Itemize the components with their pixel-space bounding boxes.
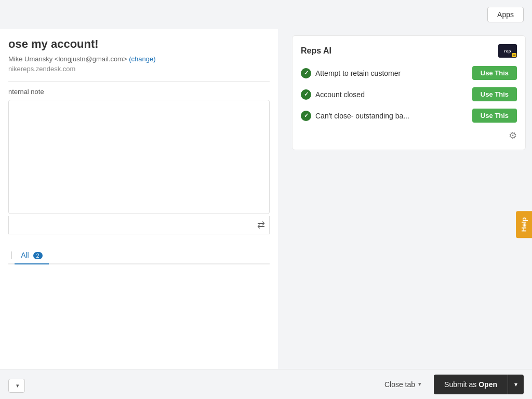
reps-ai-logo: rep ai: [498, 44, 517, 58]
help-button[interactable]: Help: [516, 211, 532, 238]
submit-dropdown-button[interactable]: ▾: [508, 376, 524, 393]
check-icon-3: [301, 111, 311, 121]
use-this-button-2[interactable]: Use This: [472, 87, 517, 101]
submit-label: Submit as: [444, 380, 476, 389]
submit-main-button[interactable]: Submit as Open: [434, 375, 508, 394]
use-this-button-1[interactable]: Use This: [472, 66, 517, 80]
tab-separator: |: [10, 250, 12, 260]
user-email: longjustn@gmail.com: [58, 55, 123, 63]
bottom-bar: Close tab ▾ Submit as Open ▾: [0, 369, 532, 399]
suggestion-row-3: Can't close- outstanding ba... Use This: [301, 109, 517, 123]
user-name: Mike Umansky: [8, 55, 52, 63]
right-panel: ↻ Reps AI rep ai Attempt to retain custo…: [286, 29, 532, 398]
top-bar: Apps: [0, 0, 532, 29]
internal-note-textarea[interactable]: [8, 100, 270, 214]
left-panel: ose my account! Mike Umansky <longjustn@…: [0, 29, 278, 398]
tab-all-badge: 2: [33, 252, 43, 259]
attachment-icon[interactable]: ⇄: [257, 219, 265, 231]
reps-ai-card: Reps AI rep ai Attempt to retain custome…: [292, 35, 526, 150]
check-icon-2: [301, 89, 311, 100]
card-footer: ⚙: [301, 130, 517, 141]
reps-ai-title: Reps AI: [301, 46, 331, 56]
divider-1: [8, 81, 270, 82]
tab-all-label: All: [21, 251, 29, 259]
ticket-meta-user: Mike Umansky <longjustn@gmail.com> (chan…: [8, 55, 270, 63]
close-tab-label: Close tab: [384, 380, 415, 389]
logo-ai-badge: ai: [512, 53, 516, 57]
ticket-subdomain: nikereps.zendesk.com: [8, 65, 270, 73]
reps-ai-header: Reps AI rep ai: [301, 44, 517, 58]
close-tab-chevron-icon: ▾: [418, 381, 421, 388]
logo-rep-text: rep: [504, 49, 511, 54]
suggestion-text-3: Can't close- outstanding ba...: [315, 112, 409, 120]
tab-all[interactable]: All 2: [15, 247, 49, 264]
use-this-button-3[interactable]: Use This: [472, 109, 517, 123]
suggestion-left-2: Account closed: [301, 89, 472, 100]
close-tab-button[interactable]: Close tab ▾: [378, 376, 428, 393]
suggestion-text-2: Account closed: [315, 90, 365, 99]
submit-button-group: Submit as Open ▾: [434, 375, 524, 394]
suggestion-text-1: Attempt to retain customer: [315, 69, 401, 77]
ticket-title: ose my account!: [8, 37, 270, 51]
bottom-dropdown-chevron-icon: ▾: [16, 382, 19, 389]
internal-note-label: nternal note: [8, 88, 270, 96]
suggestion-row-1: Attempt to retain customer Use This: [301, 66, 517, 80]
suggestion-left-1: Attempt to retain customer: [301, 68, 472, 78]
submit-status: Open: [478, 380, 497, 389]
change-link[interactable]: (change): [129, 55, 155, 63]
apps-button[interactable]: Apps: [487, 7, 524, 22]
suggestion-left-3: Can't close- outstanding ba...: [301, 111, 472, 121]
suggestion-row-2: Account closed Use This: [301, 87, 517, 101]
tabs-row: | All 2: [8, 247, 270, 264]
note-toolbar: ⇄: [8, 216, 270, 234]
check-icon-1: [301, 68, 311, 78]
gear-icon[interactable]: ⚙: [509, 130, 517, 141]
bottom-left-dropdown[interactable]: ▾: [8, 379, 25, 393]
